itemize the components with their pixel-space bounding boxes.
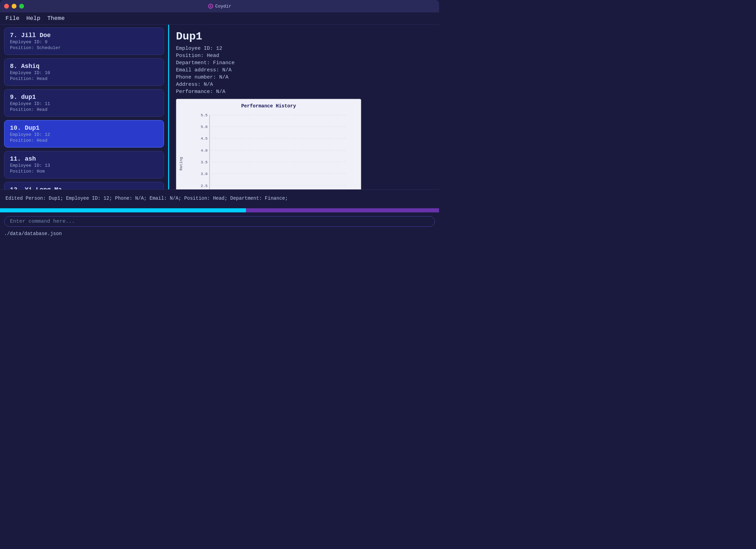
app-title: Coydir — [208, 3, 232, 9]
command-input[interactable] — [4, 216, 435, 227]
progress-bar-container — [0, 208, 439, 212]
chart-inner: 5.5 5.0 4.5 4.0 3.5 3.0 2.5 2.0 — [185, 112, 358, 189]
employee-card-name: 10. Dup1 — [10, 125, 158, 131]
titlebar: Coydir — [0, 0, 439, 12]
employee-card-position: Position: Head — [10, 138, 158, 143]
detail-performance: Performance: N/A — [176, 89, 432, 95]
employee-card-9[interactable]: 7. Jill Doe Employee ID: 9 Position: Sch… — [4, 27, 164, 55]
menubar: File Help Theme — [0, 12, 439, 25]
detail-phone: Phone number: N/A — [176, 74, 432, 80]
employee-card-id: Employee ID: 13 — [10, 163, 158, 168]
employee-card-name: 7. Jill Doe — [10, 32, 158, 39]
maximize-button[interactable] — [19, 4, 24, 9]
detail-address: Address: N/A — [176, 82, 432, 87]
chart-area: Rating — [179, 112, 358, 189]
employee-card-name: 9. dup1 — [10, 94, 158, 101]
bottom-area: Edited Person: Dup1; Employee ID: 12; Ph… — [0, 189, 439, 238]
employee-card-name: 11. ash — [10, 155, 158, 162]
employee-card-id: Employee ID: 10 — [10, 70, 158, 75]
db-path: ./data/database.json — [4, 231, 62, 236]
employee-card-position: Position: Head — [10, 107, 158, 112]
status-text: Edited Person: Dup1; Employee ID: 12; Ph… — [5, 196, 288, 201]
employee-card-position: Position: Head — [10, 76, 158, 81]
menu-file[interactable]: File — [5, 15, 20, 22]
menu-theme[interactable]: Theme — [47, 15, 65, 22]
svg-text:5.0: 5.0 — [201, 125, 208, 129]
employee-card-id: Employee ID: 9 — [10, 39, 158, 45]
progress-bar-fill — [0, 208, 246, 212]
menu-help[interactable]: Help — [26, 15, 40, 22]
close-button[interactable] — [4, 4, 9, 9]
svg-text:2.5: 2.5 — [201, 184, 208, 188]
chart-y-label: Rating — [179, 112, 183, 189]
detail-position: Position: Head — [176, 53, 432, 59]
employee-card-13[interactable]: 11. ash Employee ID: 13 Position: Hom — [4, 151, 164, 178]
minimize-button[interactable] — [12, 4, 16, 9]
employee-card-name: 8. Ashiq — [10, 63, 158, 70]
svg-text:3.0: 3.0 — [201, 172, 208, 176]
detail-name: Dup1 — [176, 30, 432, 43]
svg-text:4.5: 4.5 — [201, 137, 208, 141]
employee-card-position: Position: Hom — [10, 169, 158, 174]
svg-text:5.5: 5.5 — [201, 113, 208, 117]
svg-text:3.5: 3.5 — [201, 160, 208, 164]
svg-point-1 — [210, 5, 211, 7]
employee-card-10[interactable]: 8. Ashiq Employee ID: 10 Position: Head — [4, 58, 164, 86]
employee-list: 7. Jill Doe Employee ID: 9 Position: Sch… — [0, 25, 168, 189]
status-bar: Edited Person: Dup1; Employee ID: 12; Ph… — [0, 190, 439, 207]
employee-card-id: Employee ID: 11 — [10, 101, 158, 106]
employee-card-name: 12. Yi Long Ma — [10, 186, 158, 189]
employee-card-id: Employee ID: 12 — [10, 132, 158, 137]
detail-panel: Dup1 Employee ID: 12 Position: Head Depa… — [168, 25, 439, 189]
performance-chart: Performance History Rating — [176, 99, 361, 189]
employee-card-12[interactable]: 10. Dup1 Employee ID: 12 Position: Head — [4, 120, 164, 148]
detail-department: Department: Finance — [176, 60, 432, 66]
detail-employee-id: Employee ID: 12 — [176, 46, 432, 51]
chart-title: Performance History — [179, 103, 358, 109]
command-bar[interactable] — [0, 214, 439, 229]
chart-svg: 5.5 5.0 4.5 4.0 3.5 3.0 2.5 2.0 — [185, 112, 358, 189]
svg-text:4.0: 4.0 — [201, 149, 208, 153]
footer-path: ./data/database.json — [0, 229, 439, 238]
app-icon — [208, 3, 213, 9]
employee-card-14[interactable]: 12. Yi Long Ma Employee ID: 14 Position:… — [4, 182, 164, 189]
window-controls — [4, 4, 24, 9]
detail-email: Email address: N/A — [176, 67, 432, 73]
main-content: 7. Jill Doe Employee ID: 9 Position: Sch… — [0, 25, 439, 189]
employee-card-position: Position: Scheduler — [10, 45, 158, 50]
employee-card-11[interactable]: 9. dup1 Employee ID: 11 Position: Head — [4, 89, 164, 117]
